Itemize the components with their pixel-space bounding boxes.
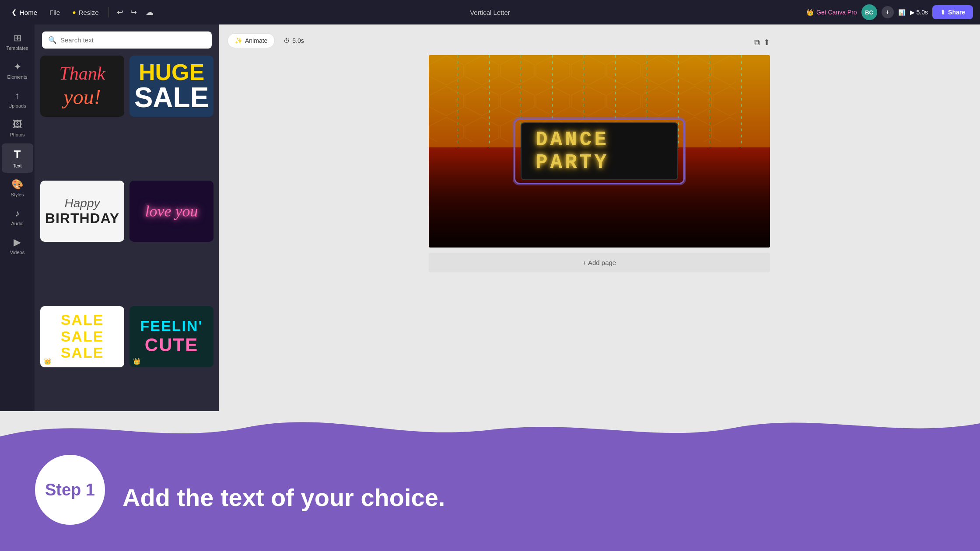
- timer-button[interactable]: ⏱ 5.0s: [284, 37, 304, 44]
- avatar-initials: BC: [865, 9, 873, 16]
- add-page-button[interactable]: + Add page: [429, 253, 770, 272]
- share-button[interactable]: ⬆ Share: [932, 5, 973, 19]
- clock-icon: ⏱: [284, 37, 290, 44]
- stage-line-10: [741, 55, 742, 151]
- redo-button[interactable]: ↪: [128, 6, 140, 19]
- templates-icon: ⊞: [14, 32, 21, 44]
- animate-button[interactable]: ✨ Animate: [228, 33, 275, 48]
- canva-pro-label: Get Canva Pro: [816, 9, 857, 16]
- analytics-button[interactable]: 📊: [898, 9, 906, 16]
- feelin-cute-text: FEELIN' CUTE: [140, 317, 203, 356]
- sidebar-videos-label: Videos: [10, 250, 24, 255]
- add-page-label: + Add page: [583, 259, 616, 266]
- text-icon: T: [14, 148, 21, 161]
- nav-divider: [108, 7, 109, 17]
- sidebar-elements-label: Elements: [7, 74, 28, 80]
- huge-sale-text: HUGE SALE: [134, 61, 209, 112]
- collapse-panel-button[interactable]: ‹: [215, 278, 219, 297]
- resize-label: Resize: [79, 9, 99, 16]
- canva-pro-button[interactable]: 👑 Get Canva Pro: [806, 9, 857, 16]
- videos-icon: ▶: [14, 237, 21, 248]
- play-timer-label: 5.0s: [917, 9, 928, 16]
- sidebar-item-uploads[interactable]: ↑ Uploads: [2, 86, 33, 113]
- photos-icon: 🖼: [13, 119, 22, 130]
- styles-icon: 🎨: [11, 179, 23, 190]
- topnav: ❮ Home File ● Resize ↩ ↪ ☁ Vertical Lett…: [0, 0, 980, 24]
- home-button[interactable]: ❮ Home: [7, 6, 42, 19]
- sidebar-item-styles[interactable]: 🎨 Styles: [2, 174, 33, 202]
- undo-redo-group: ↩ ↪: [114, 6, 140, 19]
- template-thank-you[interactable]: Thank you!: [40, 56, 124, 117]
- template-happy-birthday[interactable]: Happy BIRTHDAY: [40, 181, 124, 242]
- search-input[interactable]: [60, 36, 206, 44]
- sidebar-item-videos[interactable]: ▶ Videos: [2, 232, 33, 259]
- elements-icon: ✦: [14, 61, 21, 73]
- duplicate-canvas-button[interactable]: ⧉: [754, 38, 760, 47]
- crown-badge-feelin: 👑: [133, 358, 140, 365]
- happy-birthday-text: Happy BIRTHDAY: [45, 196, 119, 227]
- step-circle: Step 1: [35, 455, 105, 525]
- wave-top: [0, 411, 980, 445]
- document-title: Vertical Letter: [470, 9, 510, 16]
- sidebar-item-elements[interactable]: ✦ Elements: [2, 57, 33, 84]
- sidebar-uploads-label: Uploads: [8, 103, 26, 108]
- dance-party-text: DANCE PARTY: [521, 122, 678, 180]
- canvas[interactable]: DANCE PARTY ↻: [429, 55, 770, 248]
- stage-line-2: [489, 55, 490, 151]
- template-huge-sale[interactable]: HUGE SALE: [130, 56, 214, 117]
- template-sale-stack[interactable]: SALE SALE SALE 👑: [40, 306, 124, 367]
- sidebar-photos-label: Photos: [10, 132, 24, 137]
- share-icon: ⬆: [940, 9, 945, 16]
- animate-label: Animate: [245, 37, 267, 44]
- audio-icon: ♪: [15, 208, 20, 219]
- expand-canvas-button[interactable]: ⬆: [763, 38, 770, 47]
- sidebar-item-audio[interactable]: ♪ Audio: [2, 203, 33, 230]
- search-icon: 🔍: [48, 36, 57, 44]
- share-label: Share: [948, 9, 965, 16]
- template-feelin-cute[interactable]: FEELIN' CUTE 👑: [130, 306, 214, 367]
- add-collaborator-button[interactable]: +: [882, 6, 894, 18]
- file-button[interactable]: File: [45, 6, 64, 19]
- sidebar-item-templates[interactable]: ⊞ Templates: [2, 28, 33, 55]
- resize-icon: ●: [72, 9, 76, 16]
- resize-button[interactable]: ● Resize: [68, 6, 103, 19]
- canvas-actions: ⧉ ⬆: [754, 38, 770, 47]
- sale-stack-text: SALE SALE SALE: [61, 312, 104, 361]
- analytics-icon: 📊: [898, 9, 906, 16]
- search-bar: 🔍: [42, 31, 212, 49]
- step-label: Step 1: [45, 481, 95, 499]
- file-label: File: [49, 9, 60, 16]
- cloud-save-button[interactable]: ☁: [143, 6, 156, 19]
- timer-label: 5.0s: [292, 37, 304, 44]
- bottom-section: Step 1 Add the text of your choice.: [0, 411, 980, 551]
- plus-icon: +: [886, 8, 889, 16]
- dance-party-container[interactable]: DANCE PARTY: [514, 119, 685, 184]
- canvas-wrapper: ⧉ ⬆: [429, 55, 770, 272]
- play-icon: ▶: [910, 9, 915, 16]
- thank-you-text: Thank you!: [60, 63, 105, 110]
- uploads-icon: ↑: [15, 90, 20, 101]
- crown-icon: 👑: [806, 9, 814, 16]
- sidebar-audio-label: Audio: [11, 221, 23, 226]
- step-text: Add the text of your choice.: [122, 483, 445, 512]
- template-love-you[interactable]: love you: [130, 181, 214, 242]
- chevron-left-icon: ❮: [11, 8, 17, 16]
- love-you-text: love you: [145, 202, 198, 220]
- sidebar-templates-label: Templates: [6, 45, 28, 51]
- undo-button[interactable]: ↩: [114, 6, 126, 19]
- sidebar-item-text[interactable]: T Text: [2, 143, 33, 173]
- sidebar-text-label: Text: [13, 163, 21, 168]
- topnav-right: 👑 Get Canva Pro BC + 📊 ▶ 5.0s ⬆ Share: [806, 4, 973, 20]
- sidebar-item-photos[interactable]: 🖼 Photos: [2, 115, 33, 142]
- stage-line-1: [458, 55, 458, 151]
- stage-line-9: [710, 55, 710, 151]
- play-button[interactable]: ▶ 5.0s: [910, 9, 928, 16]
- animate-icon: ✨: [235, 37, 242, 44]
- crown-badge-sale: 👑: [44, 358, 51, 365]
- avatar-button[interactable]: BC: [861, 4, 877, 20]
- sidebar-styles-label: Styles: [11, 192, 24, 197]
- canvas-toolbar: ✨ Animate ⏱ 5.0s: [228, 33, 971, 55]
- home-label: Home: [20, 9, 37, 16]
